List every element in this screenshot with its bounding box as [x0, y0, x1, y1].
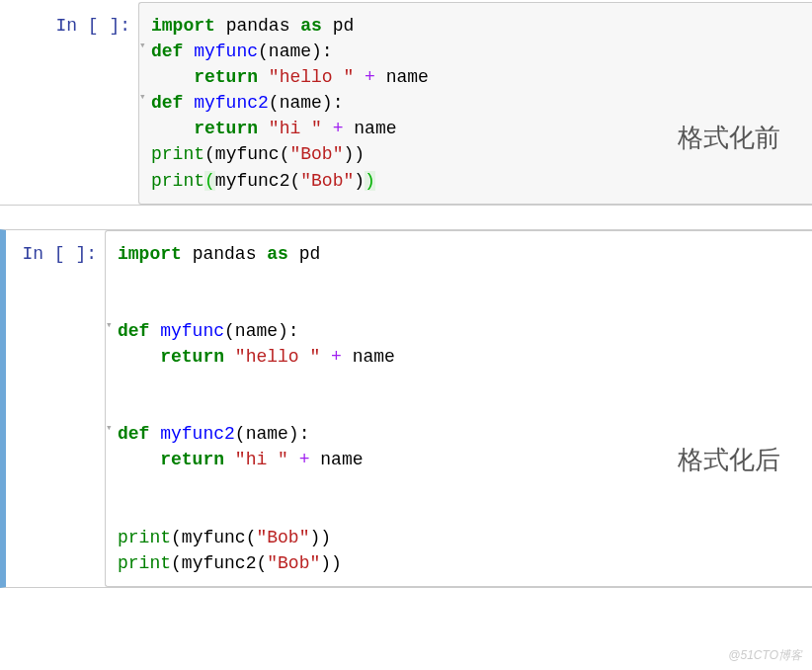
variable: name — [354, 119, 396, 138]
function-name: myfunc2 — [160, 424, 235, 444]
blank-line[interactable] — [118, 293, 800, 318]
fold-arrow-icon[interactable]: ▾ — [106, 421, 113, 437]
keyword: import — [151, 16, 215, 36]
variable: name — [353, 347, 395, 367]
fold-arrow-icon[interactable]: ▾ — [139, 39, 146, 54]
keyword: return — [160, 347, 224, 367]
code-editor[interactable]: import pandas as pd ▾def myfunc(name): r… — [138, 2, 812, 205]
label-before: 格式化前 — [678, 121, 780, 155]
string-literal: "Bob" — [256, 528, 309, 547]
keyword: return — [194, 119, 258, 138]
keyword: def — [151, 42, 183, 61]
alias: pd — [299, 244, 321, 264]
function-name: myfunc — [194, 42, 258, 61]
string-literal: "hello " — [235, 347, 320, 367]
prompt-text: In [ ]: — [22, 244, 97, 264]
builtin: print — [118, 553, 171, 573]
paren: ( — [171, 528, 182, 547]
code-line[interactable]: print(myfunc2("Bob")) — [151, 168, 800, 194]
blank-line[interactable] — [118, 370, 800, 395]
operator: + — [299, 450, 310, 469]
code-line[interactable]: ▾def myfunc2(name): — [151, 90, 800, 116]
keyword: return — [160, 450, 224, 469]
code-cell-before: In [ ]: import pandas as pd ▾def myfunc(… — [0, 2, 812, 206]
params: (name): — [224, 321, 299, 341]
function-call: myfunc2 — [215, 171, 290, 191]
paren-match: ) — [365, 171, 375, 191]
code-line[interactable]: print(myfunc("Bob")) — [118, 525, 800, 550]
function-call: myfunc2 — [182, 553, 257, 573]
code-line[interactable]: print(myfunc2("Bob")) — [118, 550, 800, 576]
function-name: myfunc2 — [194, 93, 269, 113]
string-literal: "Bob" — [300, 171, 354, 191]
operator: + — [333, 119, 344, 138]
paren: ) — [343, 144, 354, 164]
string-literal: "hello " — [269, 67, 354, 87]
function-name: myfunc — [160, 321, 224, 341]
fold-arrow-icon[interactable]: ▾ — [106, 318, 113, 334]
keyword: def — [118, 321, 149, 341]
code-editor[interactable]: import pandas as pd ▾def myfunc(name): r… — [105, 230, 812, 587]
operator: + — [365, 67, 375, 87]
params: (name): — [235, 424, 310, 444]
string-literal: "Bob" — [267, 553, 320, 573]
variable: name — [386, 67, 429, 87]
paren: ( — [204, 144, 215, 164]
paren: ) — [354, 144, 365, 164]
keyword: return — [194, 67, 258, 87]
blank-line[interactable] — [118, 395, 800, 421]
paren: ) — [320, 553, 331, 573]
blank-line[interactable] — [118, 499, 800, 525]
input-prompt: In [ ]: — [0, 2, 138, 205]
alias: pd — [333, 16, 355, 36]
module-name: pandas — [226, 16, 290, 36]
code-line[interactable]: return "hello " + name — [151, 64, 800, 90]
module-name: pandas — [193, 244, 257, 264]
params: (name): — [269, 93, 344, 113]
paren-match: ( — [204, 171, 215, 191]
code-cell-after: In [ ]: import pandas as pd ▾def myfunc(… — [0, 229, 812, 588]
prompt-text: In [ ]: — [55, 16, 130, 36]
string-literal: "hi " — [269, 119, 322, 138]
builtin: print — [151, 144, 204, 164]
code-line[interactable]: import pandas as pd — [118, 241, 800, 267]
keyword: import — [118, 244, 182, 264]
code-line[interactable]: return "hello " + name — [118, 344, 800, 370]
input-prompt: In [ ]: — [6, 230, 105, 587]
keyword: as — [267, 244, 288, 264]
paren: ( — [246, 528, 257, 547]
params: (name): — [258, 42, 333, 61]
label-after: 格式化后 — [678, 443, 780, 477]
paren: ( — [171, 553, 182, 573]
string-literal: "hi " — [235, 450, 288, 469]
code-line[interactable]: import pandas as pd — [151, 13, 800, 39]
function-call: myfunc — [215, 144, 280, 164]
watermark: @51CTO博客 — [728, 647, 802, 664]
code-line[interactable]: ▾def myfunc(name): — [151, 39, 800, 64]
keyword: as — [300, 16, 322, 36]
paren: ) — [320, 528, 331, 547]
variable: name — [320, 450, 363, 469]
keyword: def — [118, 424, 149, 444]
fold-arrow-icon[interactable]: ▾ — [139, 90, 146, 106]
paren: ( — [289, 171, 300, 191]
blank-line[interactable] — [118, 267, 800, 293]
builtin: print — [118, 528, 171, 547]
string-literal: "Bob" — [289, 144, 343, 164]
paren: ) — [331, 553, 342, 573]
paren: ) — [354, 171, 365, 191]
keyword: def — [151, 93, 183, 113]
paren: ( — [280, 144, 290, 164]
paren: ) — [309, 528, 320, 547]
code-line[interactable]: ▾def myfunc(name): — [118, 318, 800, 344]
operator: + — [331, 347, 342, 367]
paren: ( — [256, 553, 267, 573]
builtin: print — [151, 171, 204, 191]
function-call: myfunc — [182, 528, 246, 547]
